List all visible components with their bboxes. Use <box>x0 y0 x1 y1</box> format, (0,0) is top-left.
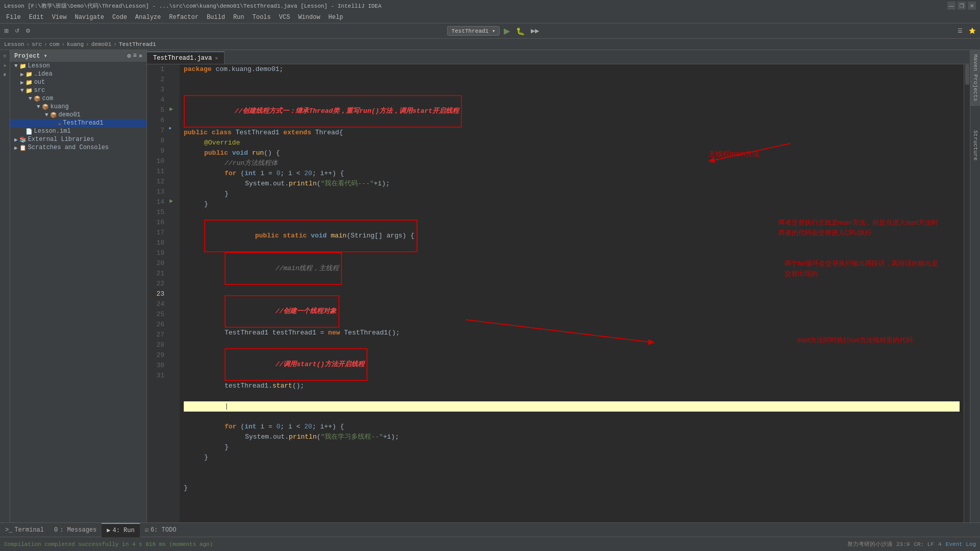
src-expand-icon: ▼ <box>20 87 24 93</box>
external-expand-icon: ▶ <box>14 136 18 143</box>
bread-lesson[interactable]: Lesson <box>4 41 24 47</box>
toolbar-settings-btn[interactable]: ⚙ <box>23 27 33 35</box>
code-line-22 <box>184 391 960 401</box>
lessonxml-label: Lesson.iml <box>34 128 71 135</box>
project-close-icon[interactable]: ✕ <box>139 52 142 60</box>
event-log-btn[interactable]: Event Log <box>946 541 976 547</box>
ln-15: 15 <box>150 207 164 218</box>
project-panel: Project ▾ ⚙ ≡ ✕ ▼ 📁 Lesson ▶ 📁 .idea <box>10 50 147 522</box>
editor-tab-label: TestThread1.java <box>153 55 212 62</box>
code-line-20: //调用start()方法开启线程 <box>184 348 960 381</box>
bookmark-btn[interactable]: ⭐ <box>967 27 978 35</box>
ln-25: 25 <box>150 309 164 320</box>
tree-idea[interactable]: ▶ 📁 .idea <box>10 70 146 78</box>
editor-tab-testthread1[interactable]: TestThread1.java ✕ <box>147 52 225 64</box>
toolbar: ⊞ ↺ ⚙ TestThread1 ▾ ▶ 🐛 ▶▶ ☰ ⭐ <box>0 23 980 39</box>
code-line-8: //run方法线程体 <box>184 158 960 169</box>
minimize-btn[interactable]: — <box>947 2 955 10</box>
title-controls: — ❐ ✕ <box>947 2 976 10</box>
code-line-23[interactable]: | <box>184 401 960 412</box>
project-gear-icon[interactable]: ⚙ <box>127 52 131 60</box>
menu-refactor[interactable]: Refactor <box>165 13 203 22</box>
menu-view[interactable]: View <box>48 13 71 22</box>
scratches-expand-icon: ▶ <box>14 145 18 151</box>
coverage-btn[interactable]: ▶▶ <box>529 27 541 35</box>
editor-scrollbar[interactable] <box>964 64 970 522</box>
annot-start-arrow <box>460 309 665 350</box>
bread-src[interactable]: src <box>32 41 42 47</box>
run-gutter-14[interactable]: ▶ <box>169 197 173 205</box>
structure-tab[interactable]: Structure <box>970 126 980 164</box>
menu-run[interactable]: Run <box>229 13 249 22</box>
debug-btn[interactable]: 🐛 <box>514 26 527 36</box>
annot-main-arrow <box>698 136 800 166</box>
menu-build[interactable]: Build <box>203 13 229 22</box>
com-pkg-icon: 📦 <box>34 95 41 102</box>
ln-31: 31 <box>150 371 164 381</box>
status-compilation: Compilation completed successfully in 4 … <box>4 541 213 547</box>
lesson-expand-icon: ▼ <box>14 63 18 69</box>
tree-demo01[interactable]: ▼ 📦 demo01 <box>10 111 146 119</box>
run-config-selector[interactable]: TestThread1 ▾ <box>447 26 500 36</box>
tree-lesson[interactable]: ▼ 📁 Lesson <box>10 62 146 70</box>
external-folder-icon: 📚 <box>19 136 27 143</box>
run-gutter-5[interactable]: ▶ <box>169 105 173 113</box>
tree-kuang[interactable]: ▼ 📦 kuang <box>10 103 146 111</box>
maven-tab[interactable]: Maven Projects <box>970 50 980 106</box>
annot-two-thread: 两者交替执行主线是main方法，但是当进入start方法时两者的代码会交替进入C… <box>778 218 938 238</box>
bread-sep3: › <box>61 41 65 47</box>
run-btn[interactable]: ▶ <box>502 25 512 37</box>
menu-navigate[interactable]: Navigate <box>70 13 108 22</box>
todo-label: 6: TODO <box>151 526 176 534</box>
tree-lessonxml[interactable]: 📄 Lesson.iml <box>10 127 146 135</box>
ln-18: 18 <box>150 238 164 248</box>
annot-for-loop: 两个for循环会交替执行输出两段话，两段话的输出是交替出现的 <box>785 258 938 279</box>
restore-btn[interactable]: ❐ <box>958 2 966 10</box>
menu-file[interactable]: File <box>2 13 25 22</box>
breadcrumb: Lesson › src › com › kuang › demo01 › Te… <box>0 39 980 50</box>
toolbar-project-btn[interactable]: ⊞ <box>2 27 11 35</box>
testthread1-expand-icon <box>53 120 57 126</box>
menu-edit[interactable]: Edit <box>25 13 48 22</box>
bottom-tabs: >_ Terminal 0 : Messages ▶ 4: Run ☑ 6: T… <box>0 522 980 537</box>
bottom-tab-terminal[interactable]: >_ Terminal <box>0 523 49 537</box>
comment-box-1: //创建线程方式一：继承Thread类，重写run()方法，调用start开启线… <box>184 95 462 128</box>
lesson-label: Lesson <box>28 62 50 69</box>
menu-tools[interactable]: Tools <box>249 13 275 22</box>
project-expand-icon[interactable]: ≡ <box>133 52 137 60</box>
menu-window[interactable]: Window <box>294 13 324 22</box>
bread-testthread1[interactable]: TestThread1 <box>119 41 156 47</box>
code-line-4: //创建线程方式一：继承Thread类，重写run()方法，调用start开启线… <box>184 95 960 128</box>
tree-testthread1[interactable]: ☕ TestThread1 <box>10 119 146 127</box>
scrollbar-thumb[interactable] <box>965 64 969 85</box>
tree-scratches[interactable]: ▶ 📋 Scratches and Consoles <box>10 143 146 152</box>
bottom-tab-run[interactable]: ▶ 4: Run <box>102 523 139 537</box>
menu-vcs[interactable]: VCS <box>275 13 295 22</box>
external-label: External Libraries <box>28 136 94 143</box>
layout-btn[interactable]: ☰ <box>955 27 965 35</box>
demo01-label: demo01 <box>59 111 81 118</box>
bottom-tab-messages[interactable]: 0 : Messages <box>49 523 102 537</box>
bread-demo01[interactable]: demo01 <box>91 41 112 47</box>
out-label: out <box>34 79 45 86</box>
toolbar-sync-btn[interactable]: ↺ <box>13 27 21 35</box>
editor-tab-close-icon[interactable]: ✕ <box>215 55 218 61</box>
tree-com[interactable]: ▼ 📦 com <box>10 94 146 103</box>
code-line-24 <box>184 412 960 422</box>
ln-26: 26 <box>150 320 164 330</box>
bottom-tab-todo[interactable]: ☑ 6: TODO <box>140 523 182 537</box>
menu-help[interactable]: Help <box>324 13 347 22</box>
tree-src[interactable]: ▼ 📁 src <box>10 86 146 94</box>
bread-kuang[interactable]: kuang <box>67 41 84 47</box>
svg-line-0 <box>708 143 790 161</box>
menu-code[interactable]: Code <box>108 13 131 22</box>
bread-com[interactable]: com <box>50 41 60 47</box>
main-comment-box: //main线程，主线程 <box>225 252 342 285</box>
tree-external[interactable]: ▶ 📚 External Libraries <box>10 135 146 143</box>
close-btn[interactable]: ✕ <box>968 2 976 10</box>
right-sidebar: Maven Projects Structure <box>970 50 980 522</box>
tree-out[interactable]: ▶ 📁 out <box>10 78 146 86</box>
code-area[interactable]: package com.kuang.demo01; //创建线程方式一：继承Th… <box>180 64 964 522</box>
demo01-pkg-icon: 📦 <box>50 112 57 118</box>
menu-analyze[interactable]: Analyze <box>131 13 165 22</box>
